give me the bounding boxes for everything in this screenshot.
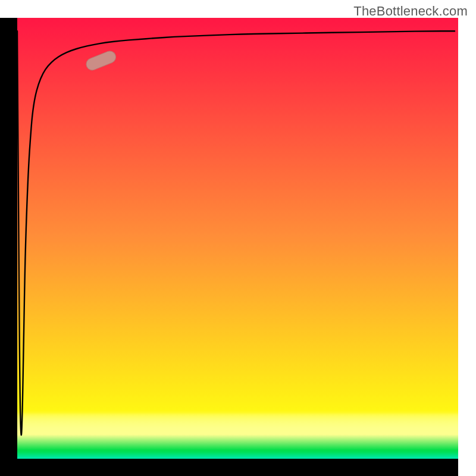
chart-frame: TheBottleneck.com — [0, 0, 476, 476]
svg-rect-0 — [84, 49, 118, 72]
plot-area — [17, 18, 458, 459]
watermark-text: TheBottleneck.com — [353, 4, 468, 19]
curve-marker — [84, 49, 118, 72]
plot-svg — [17, 18, 458, 459]
bottleneck-curve — [17, 31, 455, 435]
